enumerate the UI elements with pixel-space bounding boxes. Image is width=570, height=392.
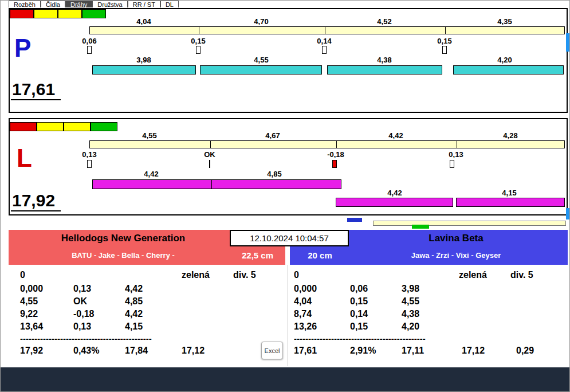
table-row: 4,04 0,15 4,55	[294, 296, 563, 308]
table-separator-row: ----------------------------------------…	[294, 334, 563, 345]
split-bottom-p-3: 4,38	[372, 56, 397, 64]
tab-cidla[interactable]: Čidla	[41, 1, 65, 7]
summary-total: 17,92	[20, 346, 43, 356]
table-cell: 0,000	[20, 284, 43, 294]
change-p-3: 0,14	[312, 37, 337, 45]
table-cell: 13,64	[20, 322, 43, 332]
split-bottom-p-4: 4,20	[492, 56, 517, 64]
table-cell: 4,04	[294, 296, 312, 307]
table-cell: zelená	[459, 270, 487, 280]
app-window: Rozběh Čidla Dráhy Družstva RR / ST DL 4…	[0, 0, 570, 392]
table-cell: 4,38	[402, 309, 419, 319]
table-cell: 0,13	[73, 322, 91, 332]
track-l-panel: 4,55 4,67 4,42 4,28 0,13 OK -0,18 0,13 L…	[9, 118, 568, 215]
tab-rr-st[interactable]: RR / ST	[128, 1, 160, 7]
split-top-p-1: 4,04	[131, 17, 156, 26]
tab-rozbeh[interactable]: Rozběh	[9, 1, 41, 7]
light-yellow-2	[58, 9, 82, 18]
split-top-l-4: 4,28	[498, 131, 523, 140]
light-green	[91, 122, 117, 131]
dog-time-bar-p-2	[200, 65, 322, 75]
dog-time-bar-l-3	[336, 198, 453, 207]
separator-line: ----------------------------------------…	[20, 334, 185, 343]
table-row: 4,55 OK 4,85	[20, 296, 289, 308]
split-top-l-3: 4,42	[383, 131, 408, 140]
tab-druzstva[interactable]: Družstva	[92, 1, 127, 7]
table-cell: 0,15	[350, 322, 368, 332]
split-top-l-1: 4,55	[137, 131, 162, 140]
dog-time-bar-p-3	[327, 65, 442, 75]
indicator-bar-green	[412, 225, 429, 229]
split-bottom-l-1: 4,42	[139, 170, 164, 178]
track-p-panel: 4,04 4,70 4,52 4,35 0,06 0,15 0,14 0,15 …	[9, 8, 568, 113]
dog-time-bar-l-1-2	[92, 179, 341, 189]
change-marker-l-2	[209, 160, 210, 168]
change-marker-p-2	[196, 46, 201, 54]
tab-strip: Rozběh Čidla Dráhy Družstva RR / ST DL	[9, 1, 179, 7]
light-yellow-1	[34, 9, 58, 18]
change-l-3: -0,18	[323, 150, 348, 159]
summary-percent: 0,43%	[73, 346, 99, 356]
change-marker-l-4	[450, 160, 454, 168]
table-separator-row: ----------------------------------------…	[20, 334, 289, 345]
dog-time-bar-p-4	[453, 65, 564, 75]
table-cell: 4,15	[125, 322, 143, 332]
lane-letter-l: L	[17, 146, 32, 171]
table-cell: zelená	[182, 270, 210, 280]
change-p-1: 0,06	[77, 37, 102, 45]
change-marker-p-4	[442, 46, 447, 54]
total-time-l: 17,92	[11, 191, 61, 211]
table-cell: 4,42	[125, 284, 143, 294]
dog-time-bar-p-1	[92, 65, 196, 75]
table-cell: 0,000	[294, 284, 317, 294]
split-bottom-p-2: 4,55	[249, 56, 274, 64]
table-row: 0,000 0,06 3,98	[294, 284, 563, 295]
tab-dl[interactable]: DL	[160, 1, 179, 7]
table-row: 0 zelená div. 5	[20, 270, 289, 281]
change-p-2: 0,15	[186, 37, 211, 45]
split-bottom-l-4: 4,15	[497, 189, 522, 197]
summary-record: 17,12	[182, 346, 205, 356]
change-p-4: 0,15	[432, 37, 457, 45]
scale-bar-l	[89, 140, 565, 148]
table-summary-row: 17,92 0,43% 17,84 17,12	[20, 346, 289, 357]
split-bottom-p-1: 3,98	[131, 56, 156, 64]
team-left-name: Hellodogs New Generation	[9, 233, 238, 244]
table-cell: div. 5	[233, 270, 256, 280]
light-yellow-1	[37, 122, 64, 131]
table-cell: 4,55	[402, 296, 419, 307]
summary-diff: 0,29	[516, 346, 534, 356]
table-row: 13,26 0,15 4,20	[294, 322, 563, 333]
change-marker-p-1	[87, 46, 92, 54]
table-row: 0 zelená div. 5	[294, 270, 563, 281]
total-time-p: 17,61	[11, 80, 61, 100]
start-lights-l	[10, 122, 117, 131]
change-marker-p-3	[322, 46, 327, 54]
light-green	[82, 9, 106, 18]
table-cell: 8,74	[294, 309, 312, 319]
table-cell: 13,26	[294, 322, 317, 332]
split-top-p-3: 4,52	[372, 17, 397, 26]
change-l-1: 0,13	[77, 150, 102, 159]
table-row: 9,22 -0,18 4,42	[20, 309, 289, 320]
light-yellow-2	[64, 122, 91, 131]
change-l-2: OK	[197, 150, 222, 159]
table-cell: 3,98	[402, 284, 419, 294]
table-cell: div. 5	[510, 270, 533, 280]
right-edge-marker-1	[566, 33, 570, 52]
summary-total: 17,61	[294, 346, 317, 356]
table-cell: 0,15	[350, 296, 368, 307]
table-cell: 0,06	[350, 284, 368, 294]
taskbar: X W f	[1, 367, 570, 392]
table-cell: 0	[20, 270, 25, 280]
excel-export-button[interactable]: Excel	[261, 342, 283, 359]
table-cell: 4,42	[125, 309, 143, 319]
table-cell: -0,18	[73, 309, 94, 319]
lane-letter-p: P	[14, 36, 31, 61]
split-top-l-2: 4,67	[260, 131, 285, 140]
tab-drahy[interactable]: Dráhy	[65, 1, 92, 7]
team-right-name: Lavina Beta	[344, 233, 568, 244]
right-edge-marker-2	[566, 208, 570, 219]
team-left-jump-height: 22,5 cm	[230, 250, 285, 260]
table-cell: 0,14	[350, 309, 368, 319]
